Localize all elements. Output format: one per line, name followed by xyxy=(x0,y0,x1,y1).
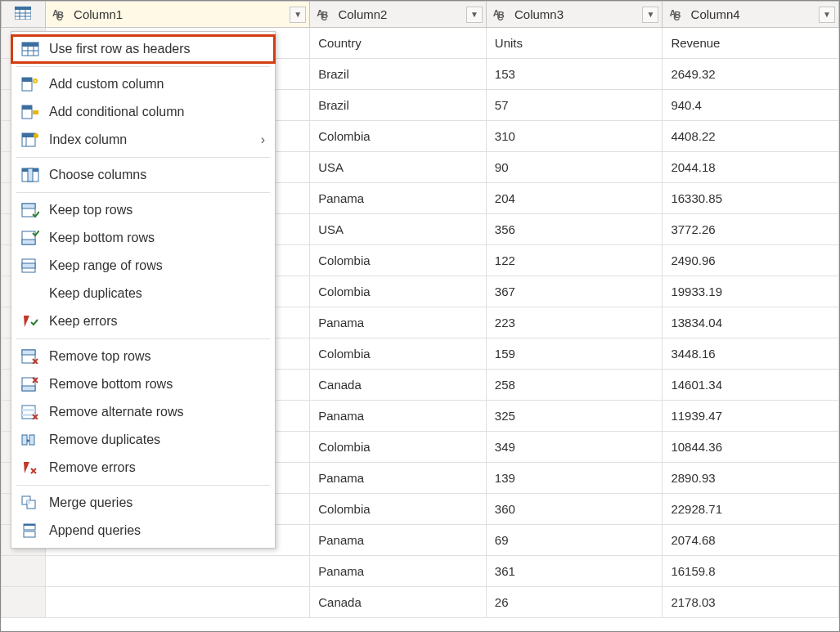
cell[interactable]: 57 xyxy=(486,90,663,121)
cell[interactable]: 4408.22 xyxy=(663,121,839,152)
cell[interactable]: 3772.26 xyxy=(663,214,839,245)
cell[interactable]: 122 xyxy=(486,245,663,276)
cell[interactable]: 3448.16 xyxy=(663,338,839,370)
cell[interactable]: Colombia xyxy=(310,276,487,307)
cell[interactable]: Units xyxy=(486,28,663,59)
use-headers-icon xyxy=(20,40,41,58)
menu-use-first-row-as-headers[interactable]: Use first row as headers xyxy=(11,35,275,63)
cell[interactable]: 2074.68 xyxy=(663,525,839,556)
cell[interactable]: 2490.96 xyxy=(663,245,839,276)
menu-remove-duplicates[interactable]: ▸ Remove duplicates xyxy=(11,426,275,454)
cell[interactable]: 153 xyxy=(486,59,663,90)
cell[interactable]: 223 xyxy=(486,307,663,338)
menu-keep-top-rows[interactable]: Keep top rows xyxy=(11,196,275,224)
cell[interactable]: 22928.71 xyxy=(663,494,839,525)
svg-marker-31 xyxy=(24,316,29,327)
menu-remove-top-rows[interactable]: Remove top rows xyxy=(11,343,275,370)
add-custom-column-icon: ✶ xyxy=(20,75,41,93)
cell[interactable]: 16159.8 xyxy=(663,556,839,587)
menu-keep-errors[interactable]: Keep errors xyxy=(11,307,275,335)
table-icon xyxy=(15,8,31,22)
cell[interactable]: 13834.04 xyxy=(663,307,839,338)
cell[interactable]: 14601.34 xyxy=(663,370,839,401)
row-header[interactable] xyxy=(2,587,46,618)
cell[interactable]: 310 xyxy=(486,121,663,152)
menu-append-queries[interactable]: Append queries xyxy=(11,517,275,545)
column-header-2[interactable]: B Column2 ▼ xyxy=(310,2,487,28)
table-corner-button[interactable] xyxy=(2,2,46,28)
menu-choose-columns[interactable]: Choose columns xyxy=(11,161,275,189)
cell[interactable]: 10844.36 xyxy=(663,432,839,463)
menu-remove-errors[interactable]: Remove errors xyxy=(11,454,275,482)
menu-remove-bottom-rows[interactable]: Remove bottom rows xyxy=(11,370,275,398)
cell[interactable]: Colombia xyxy=(310,338,487,370)
cell[interactable]: Panama xyxy=(310,556,487,587)
cell[interactable]: 26 xyxy=(486,587,663,618)
cell[interactable]: 11939.47 xyxy=(663,401,839,432)
cell[interactable]: 258 xyxy=(486,370,663,401)
menu-merge-queries[interactable]: Merge queries xyxy=(11,489,275,517)
cell[interactable]: Panama xyxy=(310,463,487,494)
menu-add-conditional-column[interactable]: Add conditional column xyxy=(11,98,275,126)
table-row[interactable]: Panama36116159.8 xyxy=(2,556,839,587)
remove-alternate-rows-icon xyxy=(20,403,41,421)
cell[interactable]: Colombia xyxy=(310,245,487,276)
cell[interactable]: Brazil xyxy=(310,59,487,90)
cell[interactable]: 90 xyxy=(486,152,663,183)
cell[interactable]: Panama xyxy=(310,183,487,214)
column-header-1[interactable]: B Column1 ▼ xyxy=(45,2,309,28)
cell[interactable]: 349 xyxy=(486,432,663,463)
cell[interactable]: 2649.32 xyxy=(663,59,839,90)
menu-keep-range-of-rows[interactable]: Keep range of rows xyxy=(11,252,275,280)
cell[interactable]: Panama xyxy=(310,401,487,432)
cell[interactable]: 940.4 xyxy=(663,90,839,121)
filter-dropdown-button[interactable]: ▼ xyxy=(642,7,658,23)
cell[interactable]: Canada xyxy=(310,587,487,618)
keep-duplicates-icon xyxy=(20,285,41,303)
cell[interactable]: 360 xyxy=(486,494,663,525)
cell[interactable]: 2178.03 xyxy=(663,587,839,618)
cell[interactable]: Panama xyxy=(310,525,487,556)
cell[interactable]: 139 xyxy=(486,463,663,494)
menu-keep-bottom-rows[interactable]: Keep bottom rows xyxy=(11,224,275,252)
svg-point-21 xyxy=(34,133,38,138)
cell[interactable]: Country xyxy=(310,28,487,59)
menu-remove-alternate-rows[interactable]: Remove alternate rows xyxy=(11,398,275,426)
cell[interactable]: 356 xyxy=(486,214,663,245)
cell[interactable]: 204 xyxy=(486,183,663,214)
cell[interactable]: 367 xyxy=(486,276,663,307)
cell[interactable]: 16330.85 xyxy=(663,183,839,214)
cell[interactable]: Canada xyxy=(310,370,487,401)
cell[interactable]: 19933.19 xyxy=(663,276,839,307)
cell[interactable]: 325 xyxy=(486,401,663,432)
cell[interactable] xyxy=(45,556,309,587)
cell[interactable]: Revenue xyxy=(663,28,839,59)
column-header-3[interactable]: B Column3 ▼ xyxy=(486,2,663,28)
cell[interactable]: Colombia xyxy=(310,432,487,463)
table-context-menu: Use first row as headers ✶ Add custom co… xyxy=(11,31,276,549)
filter-dropdown-button[interactable]: ▼ xyxy=(290,7,306,23)
menu-add-custom-column[interactable]: ✶ Add custom column xyxy=(11,70,275,98)
cell[interactable]: Brazil xyxy=(310,90,487,121)
menu-index-column[interactable]: Index column › xyxy=(11,126,275,154)
svg-rect-1 xyxy=(15,7,31,10)
filter-dropdown-button[interactable]: ▼ xyxy=(819,7,835,23)
table-row[interactable]: Canada262178.03 xyxy=(2,587,839,618)
menu-item-label: Choose columns xyxy=(49,168,146,182)
cell[interactable]: Panama xyxy=(310,307,487,338)
cell[interactable]: Colombia xyxy=(310,494,487,525)
cell[interactable]: Colombia xyxy=(310,121,487,152)
cell[interactable]: 2890.93 xyxy=(663,463,839,494)
row-header[interactable] xyxy=(2,556,46,587)
cell[interactable]: 2044.18 xyxy=(663,152,839,183)
cell[interactable]: 361 xyxy=(486,556,663,587)
cell[interactable]: USA xyxy=(310,214,487,245)
cell[interactable]: USA xyxy=(310,152,487,183)
cell[interactable] xyxy=(45,587,309,618)
cell[interactable]: 69 xyxy=(486,525,663,556)
svg-marker-42 xyxy=(24,462,29,473)
filter-dropdown-button[interactable]: ▼ xyxy=(466,7,483,23)
column-header-4[interactable]: B Column4 ▼ xyxy=(663,2,839,28)
cell[interactable]: 159 xyxy=(486,338,663,370)
menu-keep-duplicates[interactable]: Keep duplicates xyxy=(11,280,275,307)
